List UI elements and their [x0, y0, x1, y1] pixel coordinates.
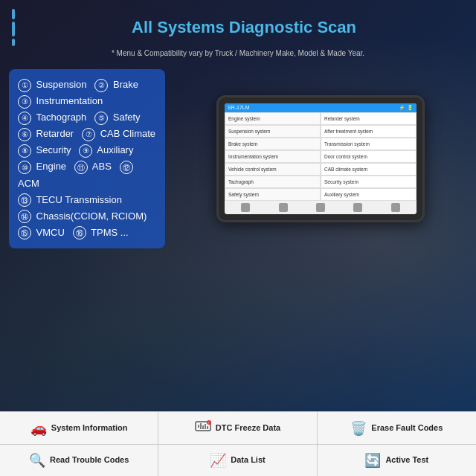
tablet-cell[interactable]: Tachograph	[225, 176, 321, 188]
tablet-cell[interactable]: Transmission system	[321, 138, 416, 150]
system-row-1: ① Suspension ② Brake	[18, 77, 156, 93]
tablet-cell[interactable]: Brake system	[225, 138, 321, 150]
tablet-footer	[225, 201, 416, 214]
tablet-grid: Engine system Retarder system Suspension…	[225, 112, 416, 202]
trash-icon: 🗑️	[350, 420, 367, 437]
content-area: ① Suspension ② Brake ③ Instrumentation ④…	[0, 69, 476, 248]
dtc-freeze-data-button[interactable]: ! DTC Freeze Data	[158, 412, 317, 444]
read-trouble-label: Read Trouble Codes	[50, 455, 129, 465]
dtc-freeze-label: DTC Freeze Data	[216, 423, 280, 433]
system-row-8: ⑭ Chassis(CCIOM, RCIOM)	[18, 208, 156, 225]
tablet-cell[interactable]: Suspension system	[225, 125, 321, 138]
tablet-footer-icon-2	[279, 203, 288, 212]
tablet-cell[interactable]: Instrumentation system	[225, 150, 321, 163]
tablet-cell[interactable]: Engine system	[225, 112, 321, 125]
system-row-5: ⑧ Security ⑨ Auxiliary	[18, 142, 156, 158]
system-row-4: ⑥ Retarder ⑦ CAB Climate	[18, 126, 156, 142]
page-subtitle: * Menu & Compatibility vary by Truck / M…	[12, 49, 464, 57]
data-list-label: Data List	[231, 455, 265, 465]
system-row-6: ⑩ Engine ⑪ ABS ⑫ ACM	[18, 158, 156, 191]
tablet-area: SR-17LM ⚡ 🔋 Engine system Retarder syste…	[174, 69, 467, 248]
main-container: All Systems Diagnostic Scan * Menu & Com…	[0, 0, 476, 476]
tablet-screen: SR-17LM ⚡ 🔋 Engine system Retarder syste…	[225, 103, 416, 215]
bottom-row-2: 🔍 Read Trouble Codes 📈 Data List 🔄 Activ…	[0, 444, 476, 476]
read-trouble-codes-button[interactable]: 🔍 Read Trouble Codes	[0, 445, 158, 476]
tablet-footer-icon-1	[241, 203, 250, 212]
tablet-model: SR-17LM	[228, 105, 250, 111]
tablet-header: SR-17LM ⚡ 🔋	[225, 103, 416, 112]
tablet-footer-icon-5	[391, 203, 400, 212]
tablet-cell[interactable]: Safety system	[225, 188, 321, 201]
tablet-footer-icon-4	[353, 203, 362, 212]
header-row: All Systems Diagnostic Scan	[12, 9, 464, 46]
active-test-button[interactable]: 🔄 Active Test	[318, 445, 476, 476]
top-section: All Systems Diagnostic Scan * Menu & Com…	[0, 0, 476, 69]
car-icon: 🚗	[30, 420, 47, 437]
system-information-label: System Information	[51, 423, 128, 433]
menu-bars-icon	[12, 9, 15, 46]
tablet-device: SR-17LM ⚡ 🔋 Engine system Retarder syste…	[216, 95, 425, 223]
system-row-2: ③ Instrumentation	[18, 93, 156, 109]
systems-panel: ① Suspension ② Brake ③ Instrumentation ④…	[9, 69, 165, 248]
bottom-bar: 🚗 System Information ! DTC	[0, 411, 476, 476]
refresh-icon: 🔄	[364, 452, 381, 469]
svg-text:!: !	[208, 421, 208, 425]
bottom-row-1: 🚗 System Information ! DTC	[0, 411, 476, 444]
tablet-status: ⚡ 🔋	[399, 105, 414, 111]
tablet-cell[interactable]: CAB climate system	[321, 163, 416, 176]
tablet-cell[interactable]: Security system	[321, 176, 416, 188]
system-row-7: ⑬ TECU Transmission	[18, 192, 156, 208]
chart-icon: 📈	[210, 452, 226, 469]
erase-fault-codes-button[interactable]: 🗑️ Erase Fault Codes	[318, 412, 476, 444]
tablet-cell[interactable]: After treatment system	[321, 125, 416, 138]
system-row-3: ④ Tachograph ⑤ Safety	[18, 109, 156, 126]
dtc-icon: !	[195, 419, 211, 437]
system-row-9: ⑮ VMCU ⑯ TPMS ...	[18, 225, 156, 241]
page-title: All Systems Diagnostic Scan	[24, 18, 464, 37]
search-icon: 🔍	[29, 452, 45, 469]
active-test-label: Active Test	[385, 455, 428, 465]
tablet-cell[interactable]: Retarder system	[321, 112, 416, 125]
tablet-footer-icon-3	[316, 203, 325, 212]
system-information-button[interactable]: 🚗 System Information	[0, 412, 158, 444]
tablet-cell[interactable]: Door control system	[321, 150, 416, 163]
data-list-button[interactable]: 📈 Data List	[158, 445, 317, 476]
tablet-cell[interactable]: Auxiliary system	[321, 188, 416, 201]
tablet-cell[interactable]: Vehicle control system	[225, 163, 321, 176]
erase-fault-label: Erase Fault Codes	[371, 423, 443, 433]
